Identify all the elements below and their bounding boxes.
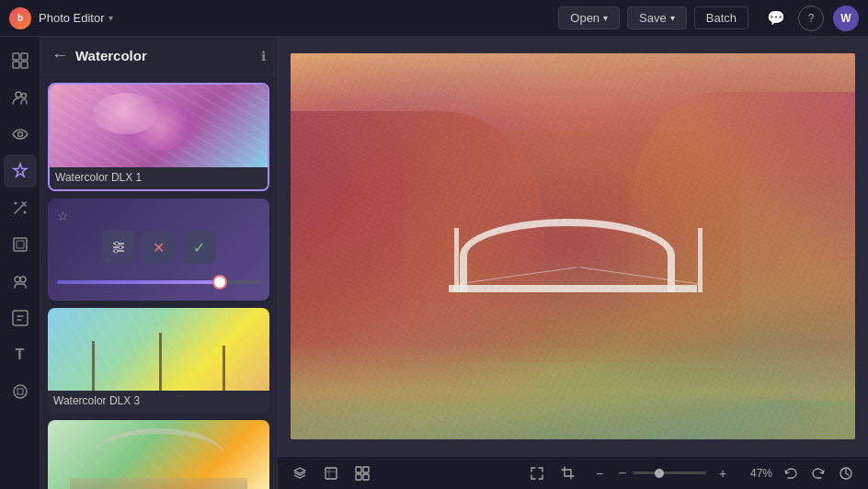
filter-3-label: Watercolor DLX 3 <box>48 391 269 413</box>
filter-edit-buttons: ✕ ✓ <box>57 231 260 264</box>
svg-rect-13 <box>13 311 28 325</box>
zoom-area: − − + 47% <box>587 461 772 486</box>
crop-button[interactable] <box>555 461 581 486</box>
svg-rect-26 <box>363 474 369 480</box>
save-button[interactable]: Save ▾ <box>627 6 687 29</box>
svg-rect-1 <box>21 53 28 60</box>
sidebar-btn-frames[interactable] <box>4 228 37 261</box>
svg-rect-25 <box>356 474 361 480</box>
history-button[interactable] <box>833 461 859 486</box>
app-title-chevron: ▾ <box>108 13 113 23</box>
filter-intensity-slider[interactable] <box>57 273 260 291</box>
sidebar-btn-eye[interactable] <box>4 118 37 151</box>
fit-screen-button[interactable] <box>524 461 550 486</box>
svg-rect-22 <box>326 468 337 479</box>
open-button[interactable]: Open ▾ <box>558 6 620 29</box>
svg-point-20 <box>119 245 122 249</box>
chat-icon-button[interactable]: 💬 <box>763 6 789 31</box>
filter-2-star[interactable]: ☆ <box>57 209 69 223</box>
sidebar-btn-adjust[interactable] <box>4 301 37 335</box>
zoom-center-dash: − <box>616 467 629 480</box>
sidebar-btn-magic[interactable] <box>4 191 37 224</box>
grid-button[interactable] <box>349 461 375 486</box>
app-title-label: Photo Editor <box>39 11 105 25</box>
layers-button[interactable] <box>287 461 313 486</box>
filter-thumb-4 <box>48 420 269 489</box>
svg-rect-0 <box>13 53 19 60</box>
panel-scroll[interactable]: Watercolor DLX 1 ☆ <box>40 75 277 489</box>
panel-header: ← Watercolor ℹ <box>40 37 277 75</box>
redo-button[interactable] <box>805 461 831 486</box>
bridge-arc <box>460 219 674 292</box>
sidebar-btn-people[interactable] <box>4 81 37 114</box>
user-avatar[interactable]: W <box>833 6 859 31</box>
zoom-slider[interactable] <box>633 472 706 474</box>
svg-rect-24 <box>363 467 369 472</box>
filter-thumb-1 <box>50 85 268 167</box>
canvas-area: − − + 47% <box>278 37 868 489</box>
undo-button[interactable] <box>778 461 804 486</box>
sidebar-btn-group[interactable] <box>4 265 37 298</box>
topbar-icons: 💬 ? W <box>763 6 859 31</box>
sidebar-btn-gallery[interactable] <box>4 44 37 77</box>
transform-button[interactable] <box>318 461 344 486</box>
filter-1-label: Watercolor DLX 1 <box>50 167 268 189</box>
topbar: b Photo Editor ▾ Open ▾ Save ▾ Batch 💬 ?… <box>0 0 868 37</box>
svg-rect-15 <box>17 389 23 394</box>
filter-card-4[interactable]: Watercolor DLX 4 <box>48 420 269 489</box>
svg-point-14 <box>14 385 27 398</box>
svg-point-19 <box>115 242 119 245</box>
zoom-value: 47% <box>739 467 772 480</box>
svg-rect-23 <box>356 467 361 472</box>
svg-point-12 <box>20 277 26 282</box>
sidebar-btn-effects[interactable] <box>4 154 37 188</box>
icon-sidebar: T <box>0 37 40 489</box>
canvas-image <box>291 53 855 439</box>
filter-cancel-button[interactable]: ✕ <box>143 231 176 264</box>
filter-adjust-button[interactable] <box>102 231 135 264</box>
filter-card-3[interactable]: Watercolor DLX 3 <box>48 308 269 413</box>
filter-thumb-3 <box>48 308 269 391</box>
filter-panel: ← Watercolor ℹ Watercolor DLX 1 ☆ <box>40 37 278 489</box>
filter-card-1[interactable]: Watercolor DLX 1 <box>48 83 269 191</box>
app-logo: b <box>9 7 31 29</box>
panel-title: Watercolor <box>75 48 254 63</box>
app-title-button[interactable]: Photo Editor ▾ <box>39 11 113 25</box>
svg-rect-3 <box>21 62 28 68</box>
svg-point-11 <box>15 277 20 282</box>
zoom-out-button[interactable]: − <box>587 461 612 486</box>
bottom-bar: − − + 47% <box>278 456 868 489</box>
svg-rect-10 <box>17 241 24 248</box>
svg-rect-2 <box>13 62 19 68</box>
sidebar-btn-text[interactable]: T <box>4 338 37 371</box>
filter-confirm-button[interactable]: ✓ <box>183 231 216 264</box>
main-area: T ← Watercolor ℹ Watercol <box>0 37 868 489</box>
bridge-road <box>449 285 697 292</box>
svg-point-4 <box>16 92 21 97</box>
svg-point-5 <box>21 94 26 98</box>
sidebar-btn-shapes[interactable] <box>4 375 37 408</box>
svg-point-21 <box>114 249 118 253</box>
svg-point-6 <box>17 132 22 137</box>
canvas-image-wrapper <box>278 37 868 456</box>
panel-info-button[interactable]: ℹ <box>261 49 266 63</box>
svg-point-7 <box>14 202 17 205</box>
batch-button[interactable]: Batch <box>694 6 748 29</box>
svg-point-8 <box>23 211 26 214</box>
history-buttons <box>778 461 859 486</box>
filter-card-2[interactable]: ☆ ✕ ✓ <box>48 199 269 301</box>
svg-rect-9 <box>14 238 27 251</box>
zoom-in-button[interactable]: + <box>710 461 736 486</box>
help-icon-button[interactable]: ? <box>798 6 824 31</box>
panel-back-button[interactable]: ← <box>51 46 68 65</box>
